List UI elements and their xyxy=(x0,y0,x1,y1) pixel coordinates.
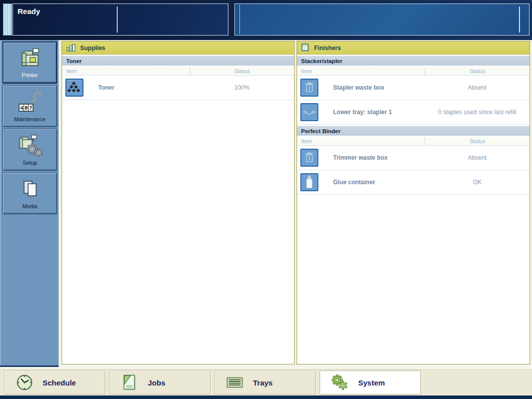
printer-status-text: Ready xyxy=(18,7,40,16)
sidebar-item-media[interactable]: Media xyxy=(3,172,57,214)
supplies-panel-title: Supplies xyxy=(80,45,105,52)
tab-jobs[interactable]: Jobs xyxy=(109,370,210,394)
main-area: Printer 4 8 7 Maintenance Setup Medi xyxy=(0,40,532,365)
finishers-icon xyxy=(302,44,310,52)
jobs-icon xyxy=(121,374,139,391)
row-trimmer-waste-box[interactable]: Trimmer waste box Absent xyxy=(297,146,529,170)
waste-box-icon xyxy=(300,149,319,167)
trays-icon xyxy=(226,376,244,389)
svg-text:7: 7 xyxy=(29,105,33,111)
waste-box-icon xyxy=(300,79,319,97)
content-area: Supplies Toner Item Status Toner 100% xyxy=(60,40,532,365)
tab-trays[interactable]: Trays xyxy=(214,370,316,394)
bottom-separator xyxy=(0,365,532,369)
tab-label: System xyxy=(358,378,385,387)
toner-icon xyxy=(65,79,84,97)
sidebar-item-printer[interactable]: Printer xyxy=(3,42,57,84)
supplies-icon xyxy=(67,44,76,52)
supplies-panel: Supplies Toner Item Status Toner 100% xyxy=(62,41,295,364)
clock-icon xyxy=(16,374,34,391)
section-stacker-stapler: Stacker/stapler Item Status Stapler wast… xyxy=(297,56,529,125)
section-title: Perfect Binder xyxy=(297,126,529,136)
bottom-tab-bar: Schedule Jobs Trays System xyxy=(0,369,532,395)
row-status: 100% xyxy=(190,84,294,91)
sidebar-item-label: Maintenance xyxy=(14,116,46,127)
svg-text:4: 4 xyxy=(20,105,24,111)
column-header-status: Status xyxy=(425,137,529,145)
tab-label: Schedule xyxy=(43,378,76,387)
printer-console-screen: Ready Printer 4 8 7 Maintenance xyxy=(0,0,532,399)
row-lower-tray-stapler-1[interactable]: Lower tray: stapler 1 0 staples used sin… xyxy=(297,100,529,125)
top-status-bar: Ready xyxy=(0,0,532,40)
svg-text:8: 8 xyxy=(25,105,28,111)
stapler-icon xyxy=(300,103,319,122)
sidebar-item-maintenance[interactable]: 4 8 7 Maintenance xyxy=(3,85,57,127)
printer-icon xyxy=(18,43,43,72)
finishers-panel: Finishers Stacker/stapler Item Status St… xyxy=(297,41,530,364)
column-header-item: Item xyxy=(297,68,425,74)
supplies-panel-header: Supplies xyxy=(62,42,294,55)
sidebar-item-label: Media xyxy=(23,203,38,214)
row-label: Lower tray: stapler 1 xyxy=(333,109,392,116)
row-glue-container[interactable]: Glue container OK xyxy=(297,170,529,195)
section-title: Toner xyxy=(62,56,294,66)
row-label: Toner xyxy=(98,84,114,91)
section-title: Stacker/stapler xyxy=(297,56,529,66)
info-panel-inner-border xyxy=(239,5,240,34)
column-headers: Item Status xyxy=(297,137,529,146)
row-status: OK xyxy=(425,179,529,186)
sidebar-item-label: Printer xyxy=(22,72,38,83)
info-panel-divider xyxy=(519,7,520,33)
column-headers: Item Status xyxy=(297,67,529,76)
column-header-status: Status xyxy=(190,67,294,75)
column-headers: Item Status xyxy=(62,67,294,76)
sidebar-item-setup[interactable]: Setup xyxy=(3,129,57,171)
row-status: Absent xyxy=(425,154,529,161)
finishers-panel-header: Finishers xyxy=(297,42,529,55)
row-label: Glue container xyxy=(333,179,375,186)
glue-icon xyxy=(300,173,319,192)
section-toner: Toner Item Status Toner 100% xyxy=(62,56,294,100)
column-header-item: Item xyxy=(62,68,190,74)
column-header-status: Status xyxy=(425,67,529,75)
gears-icon xyxy=(331,374,349,391)
sidebar: Printer 4 8 7 Maintenance Setup Medi xyxy=(0,40,60,365)
top-info-panel xyxy=(234,4,529,36)
row-status: 0 staples used since last refill xyxy=(425,109,529,116)
row-status: Absent xyxy=(425,84,529,91)
row-label: Stapler waste box xyxy=(333,84,384,91)
row-label: Trimmer waste box xyxy=(333,154,388,161)
sidebar-bottom-edge xyxy=(0,365,59,368)
setup-icon xyxy=(17,129,44,160)
sidebar-item-label: Setup xyxy=(23,160,37,170)
status-panel-divider xyxy=(117,7,118,33)
media-icon xyxy=(20,173,41,203)
section-perfect-binder: Perfect Binder Item Status Trimmer waste… xyxy=(297,126,529,195)
row-stapler-waste-box[interactable]: Stapler waste box Absent xyxy=(297,76,529,100)
row-toner[interactable]: Toner 100% xyxy=(62,76,294,100)
printer-status-panel: Ready xyxy=(13,4,228,36)
tab-system[interactable]: System xyxy=(320,370,421,394)
stripe-decoration xyxy=(3,4,12,36)
screen-bottom-edge xyxy=(0,395,532,399)
maintenance-icon: 4 8 7 xyxy=(17,86,43,116)
tab-schedule[interactable]: Schedule xyxy=(4,370,105,394)
finishers-panel-title: Finishers xyxy=(314,45,341,52)
tab-label: Trays xyxy=(253,378,273,387)
tab-label: Jobs xyxy=(148,378,165,387)
column-header-item: Item xyxy=(297,138,425,144)
